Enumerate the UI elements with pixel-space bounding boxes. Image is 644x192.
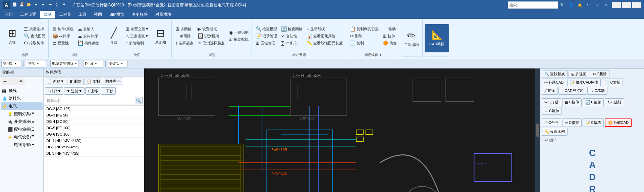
multi-pipe-btn[interactable]: ≡多管绘制 xyxy=(124,40,151,46)
identify-bridge-btn[interactable]: 🔲识别桥架 xyxy=(196,33,226,39)
maximize-button[interactable]: □ xyxy=(622,2,631,8)
comp-lib-link-btn[interactable]: 构件库>> xyxy=(103,78,123,85)
add-cad-btn[interactable]: ✏补画CAD xyxy=(542,79,566,86)
comp-item-dg4[interactable]: DG-4 [SC 50] xyxy=(44,118,144,125)
move-btn[interactable]: ↔移动 xyxy=(381,26,398,32)
view-length-btn[interactable]: 📏查看线性图元长度 xyxy=(305,40,344,46)
batch-select-btn[interactable]: ☰批量选择 xyxy=(22,26,47,32)
help-icon[interactable]: ? xyxy=(594,2,600,8)
comp-up-btn[interactable]: ↑上移 xyxy=(85,87,100,95)
copy-btn[interactable]: 📄复制 xyxy=(348,40,380,46)
set-start-btn[interactable]: ▶设置起点 xyxy=(196,26,226,32)
c-extend-btn[interactable]: →C延伸 xyxy=(542,107,562,115)
comp-lib-btn[interactable]: 📦构件库 xyxy=(51,33,75,39)
nav-item-conduit[interactable]: ─ 电线导管(E xyxy=(1,141,43,149)
set-scale-btn[interactable]: 📏设置比例 xyxy=(542,128,568,136)
delete-btn[interactable]: ✂删除 xyxy=(348,33,380,39)
arc-btn[interactable]: △三点画弧▼ xyxy=(124,33,151,39)
qa-more[interactable]: ▼ xyxy=(61,1,67,7)
c-line-btn[interactable]: ╱直线 xyxy=(542,87,557,95)
comp-copy-btn[interactable]: 📋复制 xyxy=(85,78,102,85)
minimize-button[interactable]: ─ xyxy=(612,2,621,8)
c-trim-btn[interactable]: ✂C修剪 xyxy=(562,118,582,127)
name-combo[interactable]: DL-4 ▼ xyxy=(83,60,103,67)
nav-item-switch[interactable]: 🔌 开关插座(E xyxy=(1,118,43,126)
title-search-input[interactable] xyxy=(508,1,558,9)
modify-cad-dim-btn[interactable]: 📝修改CAD标注 xyxy=(567,79,601,86)
comp-down-btn[interactable]: ↓下移 xyxy=(101,87,116,95)
qa-sum[interactable]: ∑ xyxy=(54,1,60,7)
one-click-identify-btn[interactable]: ◉一键识别 xyxy=(227,29,250,36)
check-model-btn[interactable]: 🔍检查模型 xyxy=(254,26,279,32)
select-large-btn[interactable]: ⊞ 选择 xyxy=(3,22,21,50)
c-mirror-btn[interactable]: 🔄C镜像 xyxy=(583,98,604,106)
comp-item-dl2[interactable]: DL-2 [NH-YJV-4*95] xyxy=(44,144,144,150)
qa-open[interactable]: 📂 xyxy=(26,1,32,7)
qa-save[interactable]: 💾 xyxy=(19,1,25,7)
cloud-input-btn[interactable]: ☁云输入 xyxy=(76,26,101,32)
menu-quantity[interactable]: 工程量 xyxy=(56,11,74,18)
cloud-lib-btn[interactable]: ☁云构件库 xyxy=(76,33,101,39)
c-offset-btn[interactable]: 📝C偏移 xyxy=(583,118,604,127)
menu-change[interactable]: 变更模块 xyxy=(128,11,151,18)
c-break-btn[interactable]: ✂C打断 xyxy=(542,98,561,106)
c-stretch-btn[interactable]: ⊞C拉伸 xyxy=(562,98,582,106)
menu-view[interactable]: 视图 xyxy=(91,11,105,18)
find-replace-btn[interactable]: 🔍查找替换 xyxy=(542,70,568,78)
nav-edit-btn[interactable]: ✏ xyxy=(17,78,25,85)
comp-delete-btn[interactable]: 🗑删除 xyxy=(67,78,84,85)
view-elem-attr-btn[interactable]: 📊查看图元属性 xyxy=(305,33,344,39)
cad-edit-active-btn[interactable]: 📐 CAD编辑 xyxy=(425,24,449,52)
user-icon[interactable]: 👤 xyxy=(568,2,574,8)
c-move-btn[interactable]: ↔C移动 xyxy=(587,87,607,95)
find-element-btn[interactable]: 🔍查找图元 xyxy=(22,33,47,39)
canvas-area[interactable]: 17F H=58.55M 17F H=58.55M 188*188 188*18… xyxy=(144,68,540,192)
layer-combo[interactable]: 第4层 ▼ xyxy=(1,60,21,67)
c-rotate-btn[interactable]: ↻C旋转 xyxy=(605,98,624,106)
cad-break-btn[interactable]: ─CAD线打断 xyxy=(558,87,586,95)
copy-to-layer-btn[interactable]: 📋复制到其它层 xyxy=(348,26,380,32)
sublayer-combo[interactable]: 分层1 ▼ xyxy=(108,60,128,67)
check-circuit-btn[interactable]: 🔄检查回路 xyxy=(279,26,304,32)
qa-redo[interactable]: ↪ xyxy=(47,1,53,7)
layout-pipe-btn[interactable]: ⊞布置立管▼ xyxy=(124,26,151,32)
settings-icon[interactable]: ⚙ xyxy=(603,2,609,8)
c-merge-btn[interactable]: ⊕C合并 xyxy=(542,118,561,127)
shield-icon[interactable]: 🛡 xyxy=(586,2,592,8)
bell-icon[interactable]: 🔔 xyxy=(577,2,583,8)
comp-attr-btn[interactable]: ▤构件/属性 xyxy=(51,26,75,32)
menu-start[interactable]: 开始 xyxy=(1,11,16,18)
qa-undo[interactable]: ↩ xyxy=(40,1,46,7)
nav-item-panel[interactable]: ⬛ 配电箱柜(E xyxy=(1,126,43,133)
comp-item-dg6[interactable]: DG-6 [SC 100] xyxy=(44,131,144,138)
menu-draw[interactable]: 绘制 xyxy=(40,11,55,18)
bridge-wiring-btn[interactable]: ≋桥架配线 xyxy=(227,36,250,43)
line-btn[interactable]: ╱ 直线 xyxy=(104,22,123,50)
mirror-btn[interactable]: 🔶镜像 xyxy=(381,40,398,46)
comp-save-btn[interactable]: 💾构件存盘 xyxy=(76,40,101,46)
nav-item-electric[interactable]: ⚡ 电气 xyxy=(1,102,43,110)
comp-item-dl3[interactable]: DL-3 [NH-YJV-4*25] xyxy=(44,150,144,157)
nav-plus-btn[interactable]: + xyxy=(9,78,17,85)
second-edit-btn[interactable]: ✏ 二次编辑 xyxy=(402,24,421,52)
c-copy-btn[interactable]: 📄C复制 xyxy=(602,79,623,86)
qa-print[interactable]: 🖨 xyxy=(33,1,39,7)
comp-search-input[interactable] xyxy=(45,97,135,104)
title-search-btn[interactable]: 🔍 xyxy=(559,2,566,8)
comp-sort-btn[interactable]: ↕排序▼ xyxy=(45,87,63,95)
record-mgr-btn[interactable]: 📝记录管理 xyxy=(254,33,279,39)
cancel-start-btn[interactable]: ✕取消选择起点 xyxy=(196,40,226,46)
pick-component-btn[interactable]: ⚙拾取构件 xyxy=(22,40,47,46)
multi-view-btn[interactable]: ⊞多视图 xyxy=(569,70,589,78)
system-diagram-btn[interactable]: ⊟ 系统图 xyxy=(151,22,170,50)
comp-item-dg2[interactable]: DG-2 [SC 125] xyxy=(44,106,144,112)
nav-item-equip[interactable]: ⚡ 电气设备(E xyxy=(1,133,43,141)
comp-item-dg3[interactable]: DG-3 [PE 50] xyxy=(44,112,144,118)
region-mgr-btn[interactable]: ⊞区域管理 xyxy=(254,40,279,46)
nav-minus-btn[interactable]: ─ xyxy=(1,78,9,85)
scroll-handle[interactable] xyxy=(536,124,539,137)
single-circuit-btn[interactable]: ─单回路 xyxy=(174,33,195,39)
nav-item-light[interactable]: 💡 照明灯具(E xyxy=(1,110,43,118)
show-cable-btn[interactable]: ≡显示线缆 xyxy=(305,26,344,32)
select-start-btn[interactable]: ↑选择起点 xyxy=(174,40,195,46)
